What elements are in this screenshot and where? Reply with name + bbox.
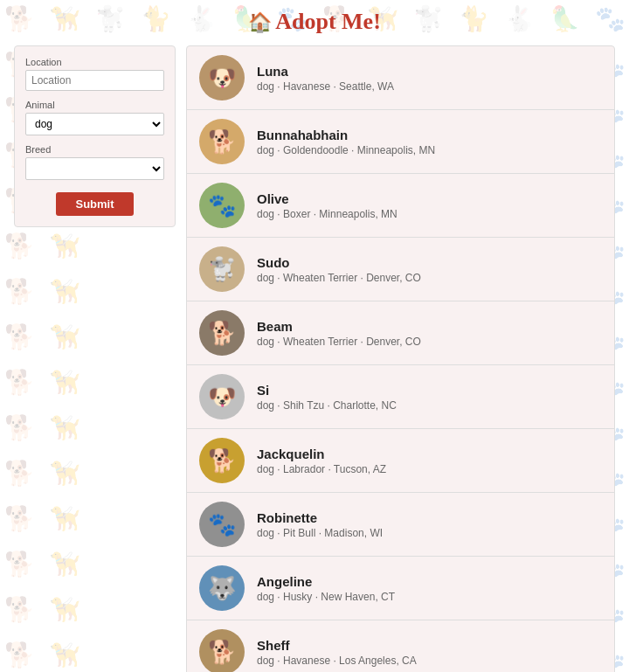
animal-details: dog · Wheaten Terrier · Denver, CO <box>257 272 421 284</box>
animal-info: Sudodog · Wheaten Terrier · Denver, CO <box>257 255 421 284</box>
header-icon: 🏠 <box>248 11 272 34</box>
animal-avatar: 🐕 <box>199 438 245 483</box>
animal-details: dog · Shih Tzu · Charlotte, NC <box>257 399 397 412</box>
animal-name: Sudo <box>257 255 421 270</box>
animal-name: Bunnahabhain <box>257 128 435 142</box>
animal-card[interactable]: 🐕Beamdog · Wheaten Terrier · Denver, CO <box>187 301 614 365</box>
animal-info: Robinettedog · Pit Bull · Madison, WI <box>257 510 383 539</box>
animal-avatar: 🐶 <box>199 374 245 419</box>
animal-info: Bunnahabhaindog · Goldendoodle · Minneap… <box>257 128 435 156</box>
animal-card[interactable]: 🐺Angelinedog · Husky · New Haven, CT <box>187 557 614 620</box>
animal-card[interactable]: 🐶Sidog · Shih Tzu · Charlotte, NC <box>187 365 614 429</box>
animal-info: Beamdog · Wheaten Terrier · Denver, CO <box>257 319 421 348</box>
animal-name: Si <box>257 383 397 398</box>
breed-label: Breed <box>25 144 164 155</box>
animal-info: Olivedog · Boxer · Minneapolis, MN <box>257 191 397 220</box>
animal-details: dog · Havanese · Seattle, WA <box>257 80 394 93</box>
animal-card[interactable]: 🐾Olivedog · Boxer · Minneapolis, MN <box>187 174 614 238</box>
animal-avatar: 🐕 <box>199 310 245 356</box>
animal-name: Angeline <box>257 574 395 589</box>
animal-name: Beam <box>257 319 421 334</box>
main-content: Location Animal dog cat rabbit bird Bree… <box>0 45 629 672</box>
animal-avatar: 🐶 <box>199 55 245 100</box>
location-label: Location <box>25 57 164 67</box>
animal-details: dog · Wheaten Terrier · Denver, CO <box>257 336 421 348</box>
animal-name: Luna <box>257 64 394 79</box>
animal-card[interactable]: 🐕Sheffdog · Havanese · Los Angeles, CA <box>187 620 614 672</box>
animal-details: dog · Husky · New Haven, CT <box>257 591 395 603</box>
animal-details: dog · Labrador · Tucson, AZ <box>257 463 386 475</box>
animal-details: dog · Havanese · Los Angeles, CA <box>257 655 417 667</box>
animal-avatar: 🐾 <box>199 183 245 228</box>
animal-details: dog · Pit Bull · Madison, WI <box>257 527 383 539</box>
animal-card[interactable]: 🐾Robinettedog · Pit Bull · Madison, WI <box>187 493 614 557</box>
results-list: 🐶Lunadog · Havanese · Seattle, WA🐕Bunnah… <box>186 45 615 672</box>
animal-label: Animal <box>25 100 164 110</box>
location-input[interactable] <box>25 70 164 91</box>
animal-info: Jackquelindog · Labrador · Tucson, AZ <box>257 447 386 475</box>
animal-info: Lunadog · Havanese · Seattle, WA <box>257 64 394 93</box>
page-header: 🏠Adopt Me! <box>0 9 629 35</box>
animal-name: Olive <box>257 191 397 206</box>
animal-info: Sidog · Shih Tzu · Charlotte, NC <box>257 383 397 412</box>
animal-avatar: 🐕 <box>199 629 245 672</box>
animal-card[interactable]: 🐕Jackquelindog · Labrador · Tucson, AZ <box>187 429 614 493</box>
animal-avatar: 🐺 <box>199 565 245 611</box>
animal-card[interactable]: 🐕Bunnahabhaindog · Goldendoodle · Minnea… <box>187 110 614 174</box>
animal-details: dog · Boxer · Minneapolis, MN <box>257 208 397 220</box>
animal-card[interactable]: 🐶Lunadog · Havanese · Seattle, WA <box>187 46 614 110</box>
breed-group: Breed <box>25 144 164 180</box>
animal-group: Animal dog cat rabbit bird <box>25 100 164 135</box>
submit-button[interactable]: Submit <box>56 192 133 216</box>
page-title: Adopt Me! <box>275 9 381 34</box>
breed-select[interactable] <box>25 157 164 180</box>
animal-card[interactable]: 🐩Sudodog · Wheaten Terrier · Denver, CO <box>187 238 614 301</box>
animal-details: dog · Goldendoodle · Minneapolis, MN <box>257 144 435 156</box>
animal-name: Robinette <box>257 510 383 525</box>
animal-name: Sheff <box>257 638 417 653</box>
animal-info: Sheffdog · Havanese · Los Angeles, CA <box>257 638 417 667</box>
animal-name: Jackquelin <box>257 447 386 461</box>
search-form: Location Animal dog cat rabbit bird Bree… <box>14 45 176 227</box>
animal-avatar: 🐩 <box>199 246 245 292</box>
animal-select[interactable]: dog cat rabbit bird <box>25 113 164 135</box>
animal-avatar: 🐾 <box>199 502 245 547</box>
location-group: Location <box>25 57 164 91</box>
animal-info: Angelinedog · Husky · New Haven, CT <box>257 574 395 603</box>
animal-avatar: 🐕 <box>199 119 245 164</box>
